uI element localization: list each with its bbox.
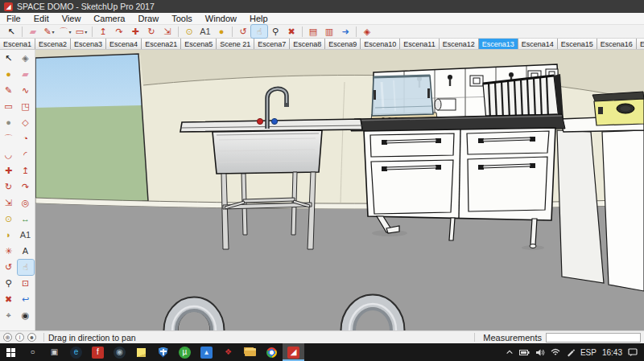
task-view-button[interactable]: ▣	[43, 343, 65, 361]
update-scene-button[interactable]: ▥ ▾	[321, 25, 337, 38]
menu-item[interactable]: Camera	[87, 13, 131, 24]
credits-icon[interactable]: i	[15, 333, 24, 342]
measurements-input[interactable]	[546, 333, 641, 343]
clock[interactable]: 16:43	[602, 348, 622, 357]
zoom-tool[interactable]: ⚲ ▾	[267, 25, 283, 38]
push-pull-tool[interactable]: ↥ ▾	[95, 25, 111, 38]
shapes-tool[interactable]: ▭ ▾	[73, 25, 89, 38]
circle-tool[interactable]: ●	[1, 115, 17, 130]
tab-escena15[interactable]: Escena15	[558, 39, 597, 49]
pie-tool[interactable]: ◔	[18, 131, 34, 146]
eraser-tool[interactable]: ▰	[18, 67, 34, 82]
tab-escena10[interactable]: Escena10	[361, 39, 400, 49]
pen-icon[interactable]	[566, 348, 575, 357]
eraser-tool[interactable]: ▰ ▾	[25, 25, 41, 38]
tab-scene-21[interactable]: Scene 21	[217, 39, 254, 49]
speaker-icon[interactable]	[535, 348, 545, 357]
chevron-up-icon[interactable]	[506, 348, 514, 356]
add-scene-button[interactable]: ▤ ▾	[305, 25, 321, 38]
notification-icon[interactable]	[628, 348, 638, 357]
tab-escena12[interactable]: Escena12	[440, 39, 479, 49]
select-tool[interactable]: ↖	[1, 51, 17, 66]
tape-measure-tool[interactable]: ⊙	[1, 211, 17, 227]
cortana-button[interactable]: ○	[22, 343, 43, 361]
arc-tool[interactable]: ⌒ ▾	[57, 25, 73, 38]
two-point-arc-tool[interactable]: ◡	[1, 147, 17, 162]
eye-app[interactable]: ◉	[109, 343, 130, 361]
menu-item[interactable]: Window	[199, 13, 243, 24]
send-to-layout-button[interactable]: ➜ ▾	[337, 25, 353, 38]
text-tool[interactable]: A1	[18, 228, 34, 243]
menu-item[interactable]: Edit	[27, 13, 56, 24]
zoom-extents-tool[interactable]: ✖	[1, 292, 17, 307]
battery-icon[interactable]	[519, 348, 530, 357]
three-point-arc-tool[interactable]: ◜	[18, 147, 34, 162]
edge-browser[interactable]: e	[65, 343, 87, 361]
pan-tool[interactable]: ☝	[18, 260, 34, 275]
select-tool[interactable]: ↖ ▾	[3, 25, 19, 38]
tab-escena9[interactable]: Escena9	[325, 39, 361, 49]
menu-item[interactable]: Help	[243, 13, 275, 24]
defender-app[interactable]	[152, 343, 174, 361]
make-component-tool[interactable]: ◈	[18, 51, 34, 66]
polygon-tool[interactable]: ◇	[18, 115, 34, 130]
tab-escena2[interactable]: Escena2	[35, 39, 71, 49]
offset-tool[interactable]: ◎	[18, 195, 34, 211]
sign-in-icon[interactable]: ☻	[27, 333, 36, 342]
chrome-browser[interactable]	[261, 343, 283, 361]
zoom-window-tool[interactable]: ⊡	[18, 276, 34, 291]
menu-item[interactable]: File	[0, 13, 27, 24]
tab-escena3[interactable]: Escena3	[71, 39, 106, 49]
orbit-tool[interactable]: ↺	[1, 260, 17, 275]
dimension-tool[interactable]: ↔	[18, 211, 34, 227]
tab-escena17[interactable]: Escena17	[637, 39, 644, 49]
tape-measure-tool[interactable]: ⊙ ▾	[181, 25, 197, 38]
tab-escena13[interactable]: Escena13	[479, 39, 518, 49]
tab-escena4[interactable]: Escena4	[106, 39, 142, 49]
orbit-tool[interactable]: ↺ ▾	[235, 25, 251, 38]
tab-escena16[interactable]: Escena16	[597, 39, 637, 49]
position-camera-tool[interactable]: ⌖	[1, 308, 17, 323]
line-tool[interactable]: ✎ ▾	[41, 25, 57, 38]
text-tool[interactable]: A1 ▾	[197, 25, 213, 38]
arc-tool[interactable]: ⌒	[1, 131, 17, 146]
sticky-notes-app[interactable]	[130, 343, 152, 361]
rotate-tool[interactable]: ↻ ▾	[143, 25, 159, 38]
move-tool[interactable]: ✚ ▾	[127, 25, 143, 38]
tab-escena11[interactable]: Escena11	[400, 39, 439, 49]
tab-escena8[interactable]: Escena8	[290, 39, 325, 49]
pan-tool[interactable]: ☝ ▾	[251, 25, 267, 38]
menu-item[interactable]: View	[56, 13, 88, 24]
paint-bucket-tool[interactable]: ●	[1, 67, 17, 82]
scale-tool[interactable]: ⇲	[1, 195, 17, 211]
menu-item[interactable]: Draw	[131, 13, 165, 24]
paint-bucket-tool[interactable]: ● ▾	[213, 25, 229, 38]
photos-app[interactable]: ▴	[196, 343, 217, 361]
scale-tool[interactable]: ⇲ ▾	[159, 25, 175, 38]
zoom-tool[interactable]: ⚲	[1, 276, 17, 291]
wifi-icon[interactable]	[551, 348, 560, 356]
look-around-tool[interactable]: ◉	[18, 308, 34, 323]
start-button[interactable]	[0, 343, 22, 361]
tab-escena21[interactable]: Escena21	[142, 39, 181, 49]
file-explorer[interactable]	[239, 343, 261, 361]
follow-me-tool[interactable]: ↷	[18, 179, 34, 195]
axes-tool[interactable]: ✳	[1, 244, 17, 259]
rotate-tool[interactable]: ↻	[1, 179, 17, 195]
language-indicator[interactable]: ESP	[580, 348, 597, 357]
follow-me-tool[interactable]: ↷ ▾	[111, 25, 127, 38]
tab-escena7[interactable]: Escena7	[254, 39, 290, 49]
sketchup-app[interactable]: ◢	[283, 343, 304, 361]
rectangle-tool[interactable]: ▭	[1, 99, 17, 114]
geolocation-icon[interactable]: ⊕	[3, 333, 12, 342]
tab-escena1[interactable]: Escena1	[0, 39, 35, 49]
push-pull-tool[interactable]: ↥	[18, 163, 34, 178]
line-tool[interactable]: ✎	[1, 83, 17, 98]
freehand-tool[interactable]: ∿	[18, 83, 34, 98]
zoom-previous-tool[interactable]: ↩	[18, 292, 34, 307]
move-tool[interactable]: ✚	[1, 163, 17, 178]
rotated-rectangle-tool[interactable]: ◳	[18, 99, 34, 114]
component-tool[interactable]: ◈ ▾	[359, 25, 375, 38]
tab-escena5[interactable]: Escena5	[181, 39, 217, 49]
zoom-extents-tool[interactable]: ✖ ▾	[283, 25, 299, 38]
